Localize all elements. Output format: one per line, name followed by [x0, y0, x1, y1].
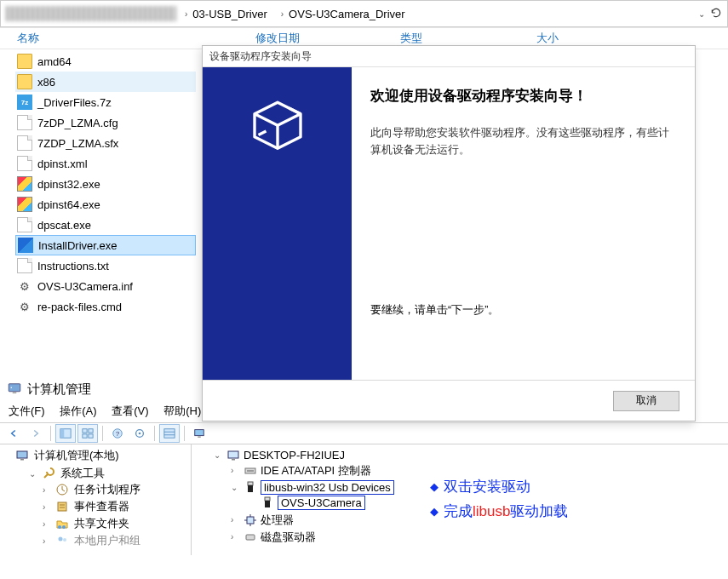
svg-point-27 — [63, 538, 66, 542]
file-name: InstallDriver.exe — [38, 239, 117, 252]
svg-point-12 — [139, 433, 141, 435]
tree-root[interactable]: 计算机管理(本地) — [15, 448, 119, 463]
diamond-icon: ◆ — [430, 502, 439, 521]
svg-rect-17 — [198, 437, 201, 438]
expand-icon[interactable]: › — [231, 515, 240, 525]
toolbar-monitor-icon[interactable] — [189, 424, 209, 443]
svg-point-26 — [59, 537, 63, 542]
file-icon — [17, 258, 32, 273]
annotation-line-1: ◆ 双击安装驱动 — [430, 475, 568, 500]
toolbar-help-icon[interactable]: ? — [107, 424, 128, 443]
toolbar-target-icon[interactable] — [129, 424, 150, 443]
device-ovs-camera[interactable]: · OVS-U3Camera — [248, 496, 365, 510]
file-row[interactable]: re-pack-files.cmd — [15, 296, 196, 317]
tools-icon — [42, 467, 55, 480]
wizard-continue: 要继续，请单击“下一步”。 — [370, 303, 676, 318]
toolbar-list-icon[interactable] — [159, 424, 180, 443]
annotations: ◆ 双击安装驱动 ◆ 完成libusb驱动加载 — [430, 475, 568, 525]
expand-icon[interactable]: › — [231, 466, 240, 475]
file-row[interactable]: InstallDriver.exe — [15, 235, 196, 255]
file-name: re-pack-files.cmd — [37, 301, 122, 313]
menu-help[interactable]: 帮助(H) — [163, 404, 201, 417]
expand-icon[interactable]: › — [43, 536, 52, 546]
svg-rect-8 — [89, 434, 93, 438]
tree-system-tools[interactable]: ⌄ 系统工具 — [29, 466, 105, 481]
mmc-menubar: 文件(F) 操作(A) 查看(V) 帮助(H) — [0, 400, 728, 422]
file-name: OVS-U3Camera.inf — [37, 280, 133, 293]
explorer-body: amd64x867z_DriverFiles.7z7zDP_LZMA.cfg7Z… — [0, 49, 728, 358]
mmc-title: 计算机管理 — [0, 379, 728, 400]
device-cutoff[interactable]: › 磁盘驱动器 — [231, 530, 316, 545]
libusb-box: libusb-win32 Usb Devices — [261, 480, 394, 495]
computer-management: 计算机管理 文件(F) 操作(A) 查看(V) 帮助(H) ? 计算机管理(本地… — [0, 379, 728, 555]
annotation-line-2: ◆ 完成libusb驱动加载 — [430, 500, 568, 525]
device-libusb-group[interactable]: ⌄ libusb-win32 Usb Devices — [231, 480, 394, 495]
device-tree[interactable]: ⌄ DESKTOP-FH2IUEJ › IDE ATA/ATAPI 控制器 — [192, 444, 728, 555]
col-name[interactable]: 名称 — [17, 31, 255, 46]
file-name: x86 — [37, 76, 55, 89]
collapse-icon[interactable]: ⌄ — [29, 469, 38, 479]
expand-icon[interactable]: › — [43, 519, 52, 529]
menu-action[interactable]: 操作(A) — [60, 404, 96, 417]
breadcrumb-label: OVS-U3Camera_Driver — [289, 8, 405, 20]
ide-icon — [244, 464, 257, 478]
svg-rect-1 — [13, 393, 17, 394]
svg-rect-0 — [9, 384, 20, 392]
installer-icon — [18, 238, 33, 253]
breadcrumb-seg-2[interactable]: › OVS-U3Camera_Driver — [276, 4, 410, 23]
expand-icon[interactable]: › — [43, 502, 52, 512]
expand-icon[interactable]: › — [43, 485, 52, 495]
tree-event-viewer[interactable]: › 事件查看器 — [43, 499, 129, 514]
file-row[interactable]: OVS-U3Camera.inf — [15, 276, 196, 296]
chevron-down-icon[interactable]: ⌄ — [698, 9, 705, 19]
tree-cutoff[interactable]: › 本地用户和组 — [43, 533, 140, 548]
back-button[interactable] — [3, 424, 24, 443]
file-row[interactable]: amd64 — [15, 51, 196, 72]
file-row[interactable]: dpinst.xml — [15, 153, 196, 174]
breadcrumb-seg-1[interactable]: › 03-USB_Driver — [180, 4, 272, 23]
forward-button[interactable] — [26, 424, 46, 443]
tree-shared-folders[interactable]: › 共享文件夹 — [43, 516, 129, 531]
device-computer[interactable]: ⌄ DESKTOP-FH2IUEJ — [214, 449, 345, 462]
svg-rect-5 — [83, 429, 87, 433]
mmc-left-tree[interactable]: 计算机管理(本地) ⌄ 系统工具 — [0, 444, 192, 555]
refresh-icon[interactable] — [710, 7, 722, 21]
col-date[interactable]: 修改日期 — [255, 31, 400, 46]
svg-point-2 — [11, 387, 13, 389]
collapse-icon[interactable]: ⌄ — [214, 450, 223, 460]
col-type[interactable]: 类型 — [400, 31, 536, 46]
collapse-icon[interactable]: ⌄ — [231, 483, 240, 492]
file-row[interactable]: x86 — [15, 72, 196, 92]
device-cpu[interactable]: › 处理器 — [231, 513, 294, 528]
device-ide[interactable]: › IDE ATA/ATAPI 控制器 — [231, 463, 371, 479]
toolbar-grid-icon[interactable] — [77, 424, 98, 443]
file-list: amd64x867z_DriverFiles.7z7zDP_LZMA.cfg7Z… — [0, 49, 196, 317]
expand-icon[interactable]: › — [231, 532, 240, 542]
clock-icon — [55, 483, 69, 496]
wizard-content: 欢迎使用设备驱动程序安装向导！ 此向导帮助您安装软件驱动程序。没有这些驱动程序，… — [352, 67, 695, 380]
file-row[interactable]: 7z_DriverFiles.7z — [15, 92, 196, 112]
file-row[interactable]: dpinst64.exe — [15, 194, 196, 215]
file-name: 7ZDP_LZMA.sfx — [37, 137, 118, 150]
file-name: dpinst64.exe — [37, 198, 100, 211]
svg-rect-21 — [58, 502, 66, 511]
file-name: Instructions.txt — [37, 260, 109, 272]
menu-file[interactable]: 文件(F) — [9, 404, 45, 417]
col-size[interactable]: 大小 — [536, 31, 639, 46]
tree-task-scheduler[interactable]: › 任务计划程序 — [43, 482, 140, 497]
svg-rect-29 — [232, 459, 235, 461]
toolbar-panes-icon[interactable] — [55, 424, 76, 443]
folder-icon — [17, 54, 32, 69]
file-name: dpinst.xml — [37, 158, 88, 170]
archive-icon: 7z — [17, 95, 32, 110]
file-row[interactable]: dpinst32.exe — [15, 174, 196, 194]
desktop-icon — [226, 449, 240, 462]
computer-management-icon — [7, 381, 22, 398]
menu-view[interactable]: 查看(V) — [112, 404, 148, 417]
file-row[interactable]: 7zDP_LZMA.cfg — [15, 112, 196, 133]
file-row[interactable]: 7ZDP_LZMA.sfx — [15, 133, 196, 153]
file-row[interactable]: Instructions.txt — [15, 255, 196, 276]
file-row[interactable]: dpscat.exe — [15, 215, 196, 235]
breadcrumb: › 03-USB_Driver › OVS-U3Camera_Driver ⌄ — [0, 0, 728, 27]
file-icon — [17, 115, 32, 130]
